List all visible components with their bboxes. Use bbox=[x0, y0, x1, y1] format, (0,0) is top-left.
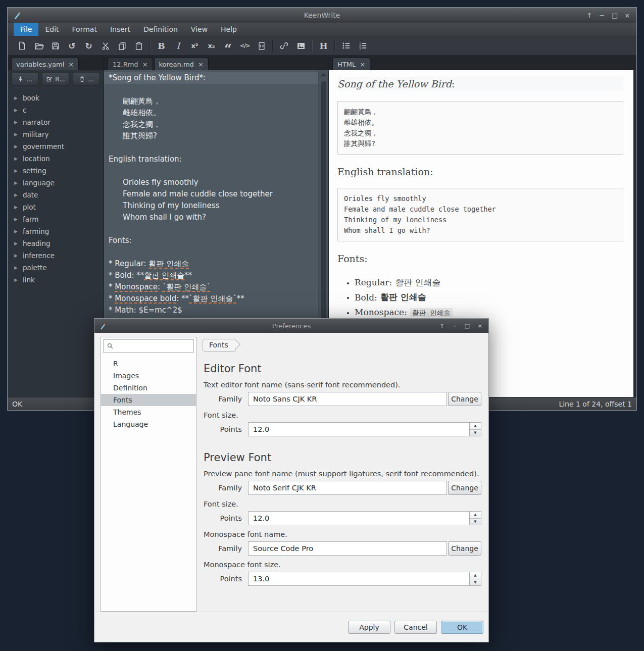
preview-font-change-button[interactable]: Change bbox=[448, 481, 481, 495]
tree-item[interactable]: inference bbox=[8, 249, 104, 262]
preview-font-family-field[interactable] bbox=[248, 481, 447, 495]
heading-icon[interactable]: H bbox=[315, 39, 332, 53]
expand-arrow-icon[interactable] bbox=[14, 217, 18, 222]
editor-line[interactable]: Female and male cuddle close together bbox=[104, 188, 318, 200]
editor-line[interactable]: 翩翩黃鳥， bbox=[104, 95, 318, 107]
nav-item[interactable]: Fonts bbox=[101, 394, 196, 406]
tab-variables-yaml[interactable]: variables.yaml bbox=[11, 58, 79, 70]
tab-close-icon[interactable] bbox=[198, 61, 204, 68]
italic-icon[interactable]: I bbox=[170, 39, 186, 53]
expand-arrow-icon[interactable] bbox=[14, 229, 18, 234]
blockquote-icon[interactable]: “ bbox=[220, 39, 236, 53]
tab-12rmd[interactable]: 12.Rmd bbox=[108, 58, 153, 70]
nav-item[interactable]: Themes bbox=[101, 406, 196, 418]
editor-line[interactable]: * Monospace: `활판 인쇄술` bbox=[104, 281, 318, 293]
expand-arrow-icon[interactable] bbox=[14, 132, 18, 137]
editor-line[interactable]: * Bold: **활판 인쇄술** bbox=[104, 270, 318, 281]
editor-line[interactable]: Thinking of my loneliness bbox=[104, 200, 318, 212]
spinner-up-icon[interactable]: ▲ bbox=[470, 572, 481, 579]
expand-arrow-icon[interactable] bbox=[14, 253, 18, 258]
open-file-icon[interactable] bbox=[30, 39, 47, 53]
preferences-search[interactable] bbox=[103, 339, 194, 353]
spinner-down-icon[interactable]: ▼ bbox=[470, 518, 481, 525]
expand-arrow-icon[interactable] bbox=[14, 277, 18, 282]
tree-item[interactable]: farm bbox=[8, 213, 104, 225]
expand-arrow-icon[interactable] bbox=[14, 192, 18, 197]
tab-korean-md[interactable]: korean.md bbox=[154, 58, 209, 70]
preview-scrollbar[interactable] bbox=[633, 70, 636, 397]
expand-arrow-icon[interactable] bbox=[14, 265, 18, 270]
expand-arrow-icon[interactable] bbox=[14, 168, 18, 173]
copy-icon[interactable] bbox=[114, 39, 130, 53]
subscript-icon[interactable]: x₂ bbox=[203, 39, 220, 53]
cut-icon[interactable] bbox=[97, 39, 114, 53]
tree-item[interactable]: plot bbox=[8, 201, 104, 213]
expand-arrow-icon[interactable] bbox=[14, 144, 18, 149]
editor-font-change-button[interactable]: Change bbox=[448, 392, 481, 406]
editor-line[interactable] bbox=[104, 223, 318, 235]
tab-close-icon[interactable] bbox=[360, 61, 365, 68]
tree-item[interactable]: military bbox=[8, 128, 104, 140]
menu-file[interactable]: File bbox=[14, 23, 38, 36]
superscript-icon[interactable]: x² bbox=[186, 39, 203, 53]
close-icon[interactable]: × bbox=[623, 11, 631, 19]
editor-line[interactable]: 誰其與歸? bbox=[104, 130, 318, 142]
tree-item[interactable]: palette bbox=[8, 262, 104, 274]
expand-arrow-icon[interactable] bbox=[14, 180, 18, 185]
spinner-up-icon[interactable]: ▲ bbox=[470, 512, 481, 518]
tree-item[interactable]: c bbox=[8, 104, 104, 116]
tree-item[interactable]: book bbox=[8, 92, 104, 104]
bold-icon[interactable]: B bbox=[153, 39, 170, 53]
spinner-down-icon[interactable]: ▼ bbox=[470, 429, 481, 436]
monospace-font-points-field[interactable] bbox=[248, 572, 470, 586]
delete-definition-button[interactable]: ... bbox=[73, 73, 100, 85]
editor-line[interactable]: Orioles fly smoothly bbox=[104, 177, 318, 188]
expand-arrow-icon[interactable] bbox=[14, 108, 18, 113]
minimize-icon[interactable]: − bbox=[451, 322, 459, 330]
shade-window-icon[interactable]: ↑ bbox=[438, 322, 446, 330]
tree-item[interactable]: farming bbox=[8, 225, 104, 237]
tab-html[interactable]: HTML bbox=[332, 58, 370, 70]
menu-help[interactable]: Help bbox=[214, 23, 243, 36]
nav-item[interactable]: Definition bbox=[101, 382, 196, 394]
apply-button[interactable]: Apply bbox=[348, 621, 390, 634]
editor-line[interactable]: *Song of the Yellow Bird*: bbox=[104, 72, 318, 84]
search-input[interactable] bbox=[117, 342, 203, 350]
tree-item[interactable]: date bbox=[8, 189, 104, 201]
inline-code-icon[interactable]: </> bbox=[236, 39, 253, 53]
new-file-icon[interactable] bbox=[14, 39, 30, 53]
editor-line[interactable]: 雌雄相依。 bbox=[104, 107, 318, 119]
shade-window-icon[interactable]: ↑ bbox=[585, 11, 593, 19]
ok-button[interactable]: OK bbox=[441, 621, 483, 634]
editor-line[interactable]: 念我之獨， bbox=[104, 119, 318, 130]
tree-item[interactable]: link bbox=[8, 274, 104, 286]
tab-close-icon[interactable] bbox=[142, 61, 148, 68]
maximize-icon[interactable]: □ bbox=[463, 322, 471, 330]
redo-icon[interactable]: ↻ bbox=[80, 39, 97, 53]
menu-edit[interactable]: Edit bbox=[38, 23, 65, 36]
minimize-icon[interactable]: − bbox=[598, 11, 606, 19]
tree-item[interactable]: setting bbox=[8, 165, 104, 177]
monospace-font-change-button[interactable]: Change bbox=[448, 541, 481, 556]
scroll-up-icon[interactable] bbox=[321, 74, 326, 79]
expand-arrow-icon[interactable] bbox=[14, 156, 18, 161]
paste-icon[interactable] bbox=[130, 39, 147, 53]
nav-item[interactable]: R bbox=[101, 358, 196, 370]
code-block-icon[interactable] bbox=[253, 39, 270, 53]
editor-line[interactable] bbox=[104, 84, 318, 95]
expand-tree-button[interactable]: ... bbox=[11, 73, 38, 85]
editor-line[interactable] bbox=[104, 246, 318, 258]
editor-font-points-field[interactable] bbox=[248, 422, 470, 436]
editor-line[interactable]: * Monospace bold: **`활판 인쇄술`** bbox=[104, 293, 318, 305]
editor-line[interactable]: Whom shall I go with? bbox=[104, 212, 318, 223]
save-icon[interactable] bbox=[47, 39, 64, 53]
menu-format[interactable]: Format bbox=[66, 23, 104, 36]
editor-line[interactable] bbox=[104, 142, 318, 154]
title-bar[interactable]: KeenWrite ↑ − □ × bbox=[8, 8, 636, 23]
expand-arrow-icon[interactable] bbox=[14, 205, 18, 210]
nav-item[interactable]: Language bbox=[101, 418, 196, 430]
menu-definition[interactable]: Definition bbox=[137, 23, 184, 36]
undo-icon[interactable]: ↺ bbox=[64, 39, 80, 53]
tree-item[interactable]: heading bbox=[8, 237, 104, 249]
editor-line[interactable]: English translation: bbox=[104, 154, 318, 165]
